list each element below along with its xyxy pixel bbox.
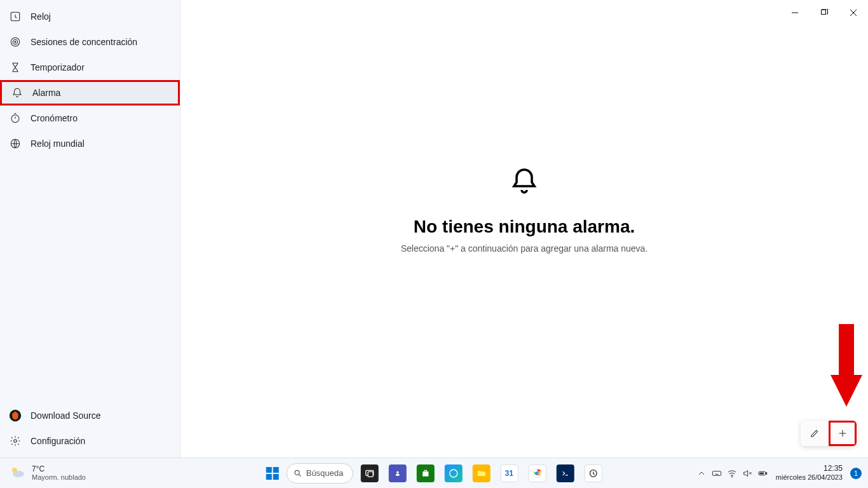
bell-icon: [11, 86, 24, 99]
sidebar-item-focus[interactable]: Sesiones de concentración: [0, 29, 180, 55]
svg-point-2: [13, 39, 18, 44]
clock-time: 12:35: [776, 464, 843, 473]
svg-rect-19: [368, 471, 373, 477]
sidebar-item-alarm[interactable]: Alarma: [0, 80, 180, 105]
start-button[interactable]: [264, 464, 281, 482]
notification-badge[interactable]: 1: [850, 468, 862, 479]
taskbar-search[interactable]: Búsqueda: [287, 463, 353, 484]
clock-app-window: Reloj Sesiones de concentración Temporiz…: [0, 0, 868, 458]
svg-rect-22: [423, 471, 428, 477]
svg-rect-27: [712, 471, 721, 475]
svg-rect-9: [839, 324, 854, 375]
svg-point-28: [731, 476, 732, 477]
sidebar-item-label: Alarma: [32, 88, 60, 98]
svg-rect-13: [266, 467, 272, 473]
wifi-icon[interactable]: [726, 468, 738, 479]
taskbar-app-terminal[interactable]: [556, 464, 574, 482]
sidebar-item-timer[interactable]: Temporizador: [0, 55, 180, 80]
add-alarm-button[interactable]: [829, 421, 857, 446]
svg-point-1: [11, 37, 20, 46]
minimize-button[interactable]: [780, 0, 810, 25]
taskbar-app-store[interactable]: [416, 464, 434, 482]
taskbar-app-chrome[interactable]: [528, 464, 546, 482]
keyboard-icon[interactable]: [711, 468, 722, 479]
empty-state-heading: No tienes ninguna alarma.: [414, 217, 635, 237]
download-source-icon: [9, 409, 22, 422]
sidebar: Reloj Sesiones de concentración Temporiz…: [0, 0, 180, 458]
bell-large-icon: [509, 166, 539, 199]
svg-point-3: [15, 41, 16, 43]
hourglass-icon: [9, 61, 22, 74]
windows-taskbar: 7°C Mayorm. nublado Búsqueda: [0, 458, 868, 488]
taskbar-app-teams[interactable]: [388, 464, 406, 482]
target-icon: [9, 36, 22, 48]
taskbar-app-taskview[interactable]: [360, 464, 378, 482]
weather-desc: Mayorm. nublado: [32, 473, 86, 481]
volume-muted-icon[interactable]: [742, 468, 753, 479]
app-title-row: Reloj: [0, 4, 180, 29]
sidebar-item-download-source[interactable]: Download Source: [0, 403, 180, 428]
battery-icon[interactable]: [757, 468, 768, 479]
sidebar-item-label: Configuración: [31, 436, 85, 446]
svg-rect-14: [273, 467, 279, 473]
taskbar-weather[interactable]: 7°C Mayorm. nublado: [0, 458, 86, 488]
sidebar-item-label: Reloj mundial: [31, 139, 85, 149]
sidebar-item-label: Cronómetro: [31, 113, 78, 123]
stopwatch-icon: [9, 112, 22, 125]
empty-state-subtext: Selecciona "+" a continuación para agreg…: [401, 243, 648, 254]
taskbar-center: Búsqueda 31: [264, 458, 605, 488]
svg-marker-10: [831, 375, 862, 407]
search-label: Búsqueda: [306, 468, 344, 478]
main-content: No tienes ninguna alarma. Selecciona "+"…: [180, 0, 868, 458]
clock-date: miércoles 26/04/2023: [776, 473, 843, 482]
system-tray: 12:35 miércoles 26/04/2023 1: [696, 458, 862, 488]
fab-group: [801, 421, 857, 446]
sidebar-item-stopwatch[interactable]: Cronómetro: [0, 105, 180, 131]
weather-temp: 7°C: [32, 465, 86, 473]
clock-app-icon: [9, 10, 22, 23]
app-title: Reloj: [31, 11, 51, 22]
svg-point-17: [295, 470, 299, 475]
window-controls: [780, 0, 868, 25]
taskbar-app-calendar[interactable]: 31: [500, 464, 518, 482]
sidebar-item-settings[interactable]: Configuración: [0, 428, 180, 454]
gear-icon: [9, 435, 22, 447]
svg-rect-8: [822, 10, 826, 15]
sidebar-item-label: Temporizador: [31, 62, 85, 72]
svg-point-20: [397, 471, 399, 473]
edit-alarm-button[interactable]: [801, 421, 829, 446]
annotation-arrow: [831, 324, 862, 413]
sidebar-item-worldclock[interactable]: Reloj mundial: [0, 131, 180, 156]
sidebar-item-label: Download Source: [31, 410, 101, 421]
taskbar-app-edge[interactable]: [444, 464, 462, 482]
svg-point-12: [13, 471, 24, 477]
svg-rect-21: [395, 473, 399, 476]
weather-icon: [9, 464, 25, 483]
taskbar-app-yclock[interactable]: [584, 464, 602, 482]
svg-rect-15: [266, 474, 272, 480]
taskbar-app-explorer[interactable]: [472, 464, 490, 482]
globe-icon: [9, 137, 22, 150]
svg-point-23: [449, 470, 457, 477]
sidebar-item-label: Sesiones de concentración: [31, 37, 137, 47]
svg-point-7: [14, 440, 17, 443]
svg-rect-31: [759, 472, 764, 474]
maximize-button[interactable]: [810, 0, 839, 25]
taskbar-clock[interactable]: 12:35 miércoles 26/04/2023: [772, 464, 846, 481]
svg-rect-30: [766, 472, 766, 474]
svg-rect-16: [273, 474, 279, 480]
alarm-empty-state: No tienes ninguna alarma. Selecciona "+"…: [401, 166, 648, 254]
tray-overflow-icon[interactable]: [696, 468, 707, 479]
weather-text: 7°C Mayorm. nublado: [32, 465, 86, 481]
close-button[interactable]: [839, 0, 868, 25]
